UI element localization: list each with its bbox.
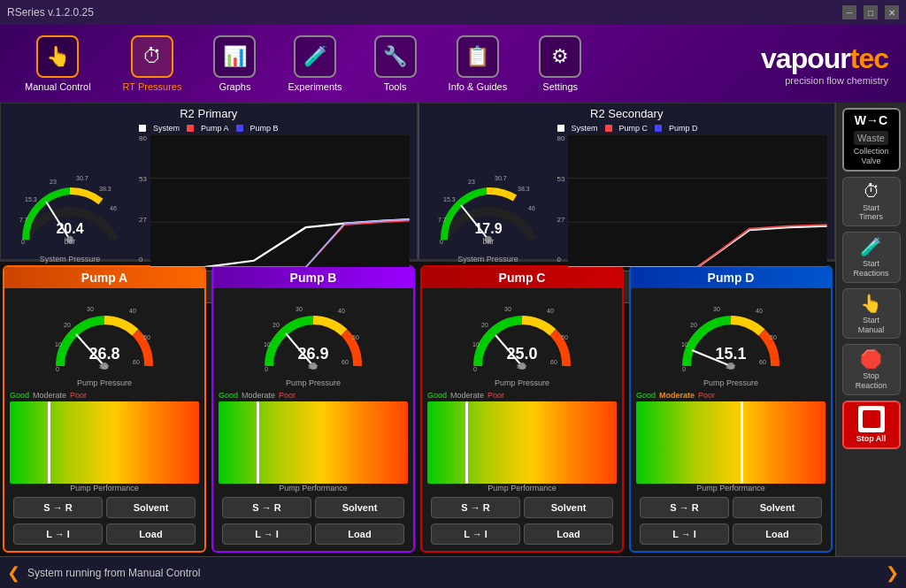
pump-c-body: 0 40 50 60 10 20 30 25.0 bar Pump Pressu… [422,288,622,551]
pump-d-header: Pump D [631,267,831,288]
close-button[interactable]: ✕ [885,5,899,19]
start-reactions-button[interactable]: 🧪 StartReactions [842,232,901,283]
stop-all-button[interactable]: Stop All [842,401,901,449]
tools-icon: 🔧 [374,35,417,78]
nav-tools[interactable]: 🔧 Tools [358,30,433,97]
svg-text:0: 0 [56,366,59,372]
nav-experiments[interactable]: 🧪 Experiments [272,30,357,97]
svg-text:40: 40 [129,308,136,314]
r2-primary-title: R2 Primary [8,107,410,120]
pump-b-load-btn[interactable]: Load [315,523,404,545]
r2-secondary-y-axis: 8053270 [557,134,565,267]
stop-reaction-button[interactable]: 🛑 StopReaction [842,344,901,395]
r2-secondary-chart [568,134,827,267]
svg-text:60: 60 [759,359,766,365]
brand-tagline: precision flow chemistry [761,75,888,86]
pump-d-load-mode-btn[interactable]: L → I [640,523,729,545]
legend-pumpd-dot [655,125,662,132]
status-right-arrow[interactable]: ❯ [886,563,899,583]
pump-d-quality-indicator [741,401,743,484]
pump-a-solvent-mode-btn[interactable]: S → R [13,497,103,518]
pump-b-quality-indicator [257,401,259,484]
svg-text:30.7: 30.7 [495,175,507,181]
vapourtec-logo: vapourtec precision flow chemistry [761,42,897,86]
r2-primary-chart-wrap: 8053270 [139,134,410,267]
r2-primary-y-axis: 8053270 [139,134,147,267]
svg-text:7.7: 7.7 [19,217,28,223]
pump-d-quality-row: Good Moderate Poor [636,391,825,400]
svg-text:20: 20 [481,322,488,328]
start-timers-icon: ⏱ [863,181,880,202]
panels-area: R2 Primary [0,103,835,556]
stop-reaction-icon: 🛑 [860,348,882,370]
pump-b-quality-row: Good Moderate Poor [219,391,408,400]
nav-info-guides[interactable]: 📋 Info & Guides [433,30,524,97]
pump-b-solvent-mode-btn[interactable]: S → R [222,497,311,518]
window-controls: ─ □ ✕ [842,5,899,19]
svg-text:20.4: 20.4 [56,221,83,236]
graphs-label: Graphs [219,81,250,92]
pump-c-poor-label: Poor [488,391,504,400]
pump-d-body: 0 40 50 60 10 20 30 15.1 bar Pump Pressu… [631,288,831,551]
nav-items: 👆 Manual Control ⏱ RT Pressures 📊 Graphs… [9,30,761,97]
minimize-button[interactable]: ─ [842,5,856,19]
svg-text:10: 10 [681,341,688,347]
nav-graphs[interactable]: 📊 Graphs [197,30,272,97]
pump-b-quality-label: Pump Performance [219,484,408,493]
svg-text:bar: bar [482,237,494,246]
pump-d-load-btn[interactable]: Load [733,523,822,545]
pump-c-solvent-btn[interactable]: Solvent [524,497,613,518]
pump-a-load-btn[interactable]: Load [106,523,196,545]
pump-d-quality-bar [636,401,825,484]
pump-a-solvent-btn[interactable]: Solvent [106,497,196,518]
r2-secondary-gauge-svg: 0 7.7 15.3 23 30.7 38.3 46 17.9 bar [431,164,546,253]
svg-text:0: 0 [682,366,686,372]
svg-text:20: 20 [273,322,280,328]
collection-valve-button[interactable]: W→C Waste CollectionValve [842,108,901,172]
svg-text:15.3: 15.3 [443,196,456,202]
svg-text:10: 10 [264,341,271,347]
svg-text:38.3: 38.3 [99,186,111,192]
pump-b-solvent-btn[interactable]: Solvent [315,497,404,518]
brand-name: vapourtec [761,42,888,75]
pump-d-solvent-btn[interactable]: Solvent [733,497,822,518]
pump-c-load-btn[interactable]: Load [524,523,613,545]
experiments-icon: 🧪 [294,35,336,78]
maximize-button[interactable]: □ [864,5,878,19]
status-left-arrow[interactable]: ❮ [7,563,20,583]
legend-pumpa-label: Pump A [201,124,229,133]
pump-c-quality-label: Pump Performance [427,484,617,493]
settings-label: Settings [542,81,578,92]
pump-d-gauge-svg: 0 40 50 60 10 20 30 15.1 bar [678,295,784,375]
r2-row: R2 Primary [0,103,835,262]
pump-a-body: 0 40 50 60 10 20 30 26.8 bar Pump Pressu… [4,288,204,551]
start-timers-button[interactable]: ⏱ StartTimers [842,177,901,227]
svg-text:40: 40 [547,308,554,314]
svg-text:15.3: 15.3 [25,196,37,202]
svg-text:25.0: 25.0 [506,345,537,363]
pump-c-solvent-mode-btn[interactable]: S → R [431,497,520,518]
collection-valve-label: CollectionValve [854,147,889,166]
pump-c-load-mode-btn[interactable]: L → I [431,523,520,545]
graphs-icon: 📊 [213,35,256,78]
pump-d-solvent-mode-btn[interactable]: S → R [640,497,729,518]
pump-b-load-mode-btn[interactable]: L → I [222,523,311,545]
legend-pumpa-dot [187,125,194,132]
status-text: System running from Manual Control [27,567,879,579]
svg-text:bar: bar [308,363,319,370]
start-manual-button[interactable]: 👆 StartManual [842,288,901,340]
pump-d-btn-row-bot: L → I Load [640,523,822,545]
svg-text:60: 60 [342,359,349,365]
nav-manual-control[interactable]: 👆 Manual Control [9,30,107,97]
pump-c-good-label: Good [427,391,447,400]
pump-a-gauge-svg: 0 40 50 60 10 20 30 26.8 bar [51,295,157,375]
svg-text:bar: bar [64,237,75,246]
r2-secondary-chart-svg [568,134,827,267]
nav-settings[interactable]: ⚙ Settings [523,30,597,97]
stop-all-icon [858,406,885,432]
pump-a-load-mode-btn[interactable]: L → I [13,523,103,545]
svg-text:23: 23 [468,179,475,185]
tools-label: Tools [384,81,407,92]
nav-rt-pressures[interactable]: ⏱ RT Pressures [107,30,198,97]
status-bar: ❮ System running from Manual Control ❯ [0,556,906,588]
